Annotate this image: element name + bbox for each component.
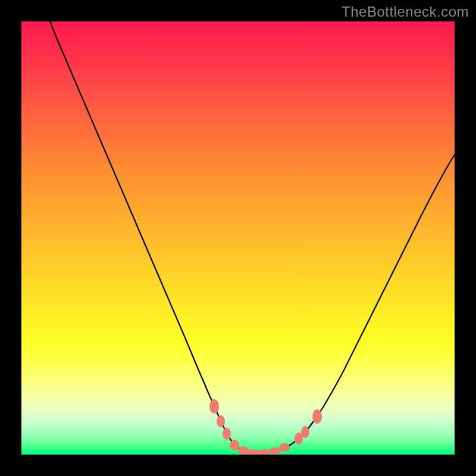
chart-svg: [21, 21, 455, 455]
curve-bead: [209, 399, 219, 414]
chart-outer-frame: TheBottleneck.com: [0, 0, 476, 476]
curve-bead: [248, 449, 259, 455]
curve-bead: [269, 447, 281, 455]
bottleneck-curve: [50, 21, 455, 453]
curve-bead: [301, 426, 309, 438]
curve-bead: [223, 428, 231, 440]
curve-bead: [230, 440, 239, 450]
curve-bead: [238, 446, 249, 455]
curve-bead: [217, 415, 225, 427]
curve-bead: [279, 443, 290, 452]
curve-marker-beads: [209, 399, 322, 455]
curve-bead: [312, 409, 322, 424]
watermark-text: TheBottleneck.com: [342, 4, 469, 20]
chart-plot-area: [21, 21, 455, 455]
curve-bead: [258, 449, 270, 455]
